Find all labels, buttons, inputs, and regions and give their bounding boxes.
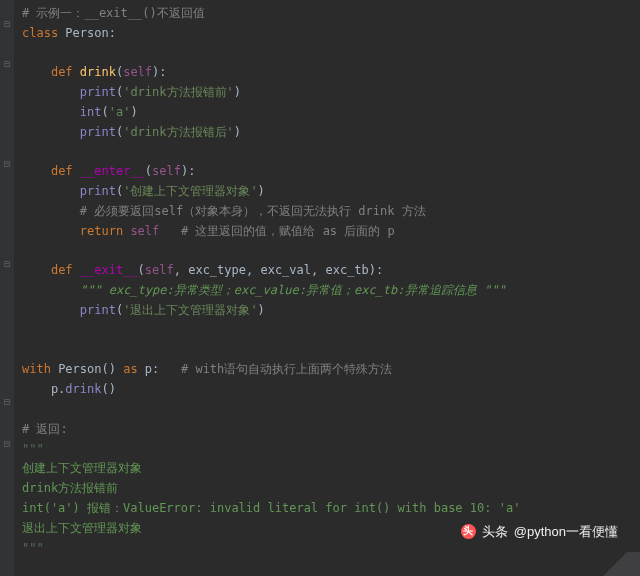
code-editor: # 示例一：__exit__()不返回值class Person: def dr… (0, 0, 640, 562)
code-line (22, 400, 640, 420)
code-line: print('drink方法报错前') (22, 83, 640, 103)
code-line: """ exc_type:异常类型；exc_value:异常值；exc_tb:异… (22, 281, 640, 301)
code-line (22, 143, 640, 163)
fold-marker-icon[interactable]: ⊟ (3, 440, 11, 448)
watermark-prefix: 头条 (482, 521, 508, 542)
code-line: def __exit__(self, exc_type, exc_val, ex… (22, 261, 640, 281)
code-line: int('a') 报错：ValueError: invalid literal … (22, 499, 640, 519)
code-line: with Person() as p: # with语句自动执行上面两个特殊方法 (22, 360, 640, 380)
code-line (22, 242, 640, 262)
code-line (22, 341, 640, 361)
code-line: drink方法报错前 (22, 479, 640, 499)
fold-marker-icon[interactable]: ⊟ (3, 60, 11, 68)
code-line (22, 321, 640, 341)
code-line: p.drink() (22, 380, 640, 400)
code-line: # 必须要返回self（对象本身），不返回无法执行 drink 方法 (22, 202, 640, 222)
fold-marker-icon[interactable]: ⊟ (3, 398, 11, 406)
code-line: # 示例一：__exit__()不返回值 (22, 4, 640, 24)
code-line: print('退出上下文管理器对象') (22, 301, 640, 321)
code-line: def __enter__(self): (22, 162, 640, 182)
code-line: """ (22, 440, 640, 460)
code-line: # 返回: (22, 420, 640, 440)
code-line: print('创建上下文管理器对象') (22, 182, 640, 202)
watermark-handle: @python一看便懂 (514, 521, 618, 542)
code-line: print('drink方法报错后') (22, 123, 640, 143)
watermark-icon: 头 (461, 524, 476, 539)
code-line: return self # 这里返回的值，赋值给 as 后面的 p (22, 222, 640, 242)
corner-badge (592, 552, 640, 576)
fold-marker-icon[interactable]: ⊟ (3, 260, 11, 268)
code-line: def drink(self): (22, 63, 640, 83)
fold-marker-icon[interactable]: ⊟ (3, 20, 11, 28)
watermark: 头 头条 @python一看便懂 (461, 521, 618, 542)
code-line: int('a') (22, 103, 640, 123)
code-line (22, 44, 640, 64)
fold-marker-icon[interactable]: ⊟ (3, 160, 11, 168)
code-line: 创建上下文管理器对象 (22, 459, 640, 479)
code-line: class Person: (22, 24, 640, 44)
editor-gutter: ⊟⊟⊟⊟⊟⊟ (0, 0, 14, 576)
